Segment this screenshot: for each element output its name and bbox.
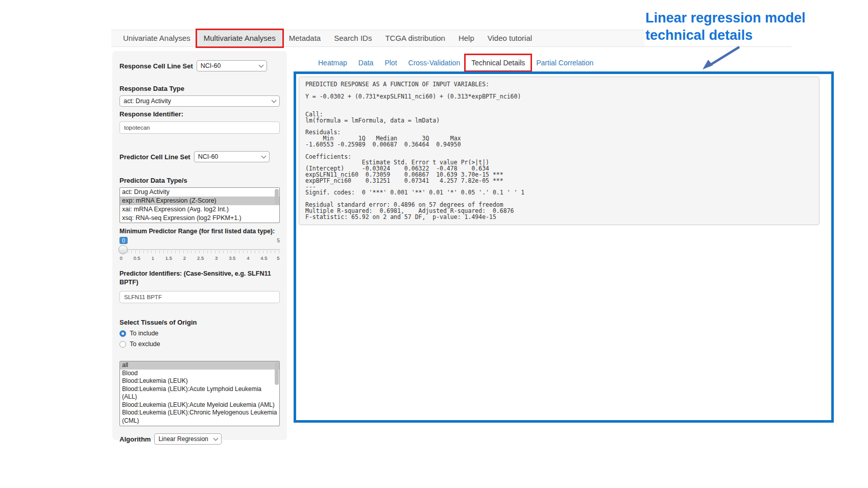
predictor-data-types-label: Predictor Data Type/s [119, 177, 280, 184]
predictor-cell-line-set-value: NCI-60 [198, 153, 219, 160]
chevron-down-icon [213, 436, 219, 441]
listbox-option[interactable]: Blood:Leukemia (LEUK) [120, 377, 279, 385]
radio-unselected-icon [119, 341, 126, 348]
tab-cross-validation[interactable]: Cross-Validation [403, 55, 466, 70]
listbox-option[interactable]: Blood:Leukemia (LEUK):Chronic Myelogenou… [120, 409, 279, 425]
tab-heatmap[interactable]: Heatmap [312, 55, 353, 70]
tick-label: 1 [152, 255, 154, 261]
tick-label: 3.5 [229, 255, 235, 261]
listbox-option[interactable]: Blood:Leukemia (LEUK):Acute Lymphoid Leu… [120, 385, 279, 401]
min-predictor-range-slider: 0 5 0 0.5 1 1.5 2 2.5 3 3.5 4 4.5 5 [119, 237, 280, 263]
listbox-option[interactable]: act: Drug Activity [120, 188, 279, 197]
response-identifier-input[interactable] [119, 121, 280, 134]
tissue-origin-listbox: all Blood Blood:Leukemia (LEUK) Blood:Le… [119, 361, 280, 426]
algorithm-label: Algorithm [119, 435, 151, 443]
scrollbar-thumb[interactable] [275, 189, 279, 204]
nav-item-search-ids[interactable]: Search IDs [327, 30, 378, 46]
tick-label: 1.5 [165, 255, 172, 261]
predictor-cell-line-set-select[interactable]: NCI-60 [194, 151, 270, 162]
radio-to-include[interactable]: To include [119, 330, 280, 337]
listbox-option[interactable]: xsq: RNA-seq Expression (log2 FPKM+1.) [120, 214, 279, 223]
tab-plot[interactable]: Plot [379, 55, 402, 70]
scrollbar-thumb[interactable] [275, 362, 279, 385]
response-cell-line-set-label: Response Cell Line Set [119, 62, 193, 70]
tick-label: 3 [215, 255, 218, 261]
slider-tick-labels: 0 0.5 1 1.5 2 2.5 3 3.5 4 4.5 5 [119, 255, 280, 261]
radio-selected-icon [119, 330, 126, 337]
slider-track[interactable] [119, 249, 280, 250]
nav-item-metadata[interactable]: Metadata [282, 30, 328, 46]
predictor-cell-line-set-label: Predictor Cell Line Set [119, 153, 190, 161]
response-identifier-label: Response Identifier: [119, 110, 280, 118]
response-data-type-select[interactable]: act: Drug Activity [119, 95, 280, 107]
algorithm-select[interactable]: Linear Regression [154, 433, 222, 445]
nav-item-univariate-analyses[interactable]: Univariate Analyses [116, 30, 197, 46]
nav-item-multivariate-analyses[interactable]: Multivariate Analyses [197, 30, 282, 46]
response-data-type-label: Response Data Type [119, 85, 280, 92]
tick-label: 0.5 [134, 255, 140, 261]
chevron-down-icon [272, 98, 277, 103]
nav-item-help[interactable]: Help [452, 30, 481, 46]
tab-technical-details[interactable]: Technical Details [466, 55, 531, 70]
slider-tick-marks [119, 251, 280, 253]
regression-technical-output: PREDICTED RESPONSE AS A FUNCTION OF INPU… [299, 77, 819, 225]
tick-label: 2.5 [197, 255, 204, 261]
slider-handle[interactable] [118, 245, 128, 254]
response-data-type-value: act: Drug Activity [124, 97, 171, 105]
tab-data[interactable]: Data [353, 55, 379, 70]
min-predictor-range-label: Minimum Predictor Range (for first liste… [119, 228, 280, 235]
slider-value-badge[interactable]: 0 [119, 237, 128, 244]
tick-label: 2 [183, 255, 186, 261]
predictor-identifiers-input[interactable] [119, 291, 280, 303]
annotation-title: Linear regression model technical detail… [644, 8, 810, 46]
listbox-option-selected[interactable]: all [120, 361, 279, 370]
chevron-down-icon [261, 154, 266, 159]
results-tab-bar: Heatmap Data Plot Cross-Validation Techn… [312, 55, 599, 70]
tick-label: 4.5 [260, 255, 267, 261]
radio-label: To include [130, 330, 158, 337]
tissue-origin-label: Select Tissue/s of Origin [119, 319, 280, 326]
nav-item-video-tutorial[interactable]: Video tutorial [481, 30, 539, 46]
tab-partial-correlation[interactable]: Partial Correlation [531, 55, 599, 70]
tick-label: 5 [277, 255, 279, 261]
radio-to-exclude[interactable]: To exclude [119, 340, 280, 348]
response-cell-line-set-value: NCI-60 [201, 62, 221, 69]
algorithm-value: Linear Regression [158, 435, 208, 443]
listbox-option[interactable]: xai: mRNA Expression (Avg. log2 Int.) [120, 205, 279, 214]
listbox-option[interactable]: Blood [120, 370, 279, 378]
tick-label: 4 [247, 255, 249, 261]
tick-label: 0 [119, 255, 122, 261]
chevron-down-icon [258, 63, 263, 68]
predictor-identifiers-label: Predictor Identifiers: (Case-Sensitive, … [119, 270, 280, 287]
nav-item-tcga-distribution[interactable]: TCGA distribution [378, 30, 452, 46]
listbox-option-selected[interactable]: exp: mRNA Expression (Z-Score) [120, 197, 279, 205]
slider-max-label: 5 [277, 238, 280, 243]
radio-label: To exclude [130, 340, 160, 348]
annotation-arrow-icon [692, 43, 743, 72]
response-cell-line-set-select[interactable]: NCI-60 [197, 60, 267, 71]
annotation-title-line2: technical details [645, 27, 806, 44]
predictor-data-types-listbox: act: Drug Activity exp: mRNA Expression … [119, 187, 280, 223]
listbox-option[interactable]: Blood:Leukemia (LEUK):Acute Myeloid Leuk… [120, 401, 279, 409]
annotation-title-line1: Linear regression model [645, 9, 806, 27]
sidebar-controls-panel: Response Cell Line Set NCI-60 Response D… [112, 51, 287, 440]
